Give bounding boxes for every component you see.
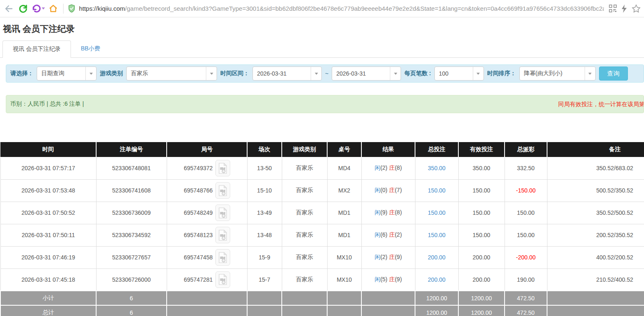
date-to-select[interactable]: 2026-03-31 (332, 67, 401, 81)
tab-bar: 视讯 会员下注纪录 BB小费 (0, 40, 644, 58)
summary-bar: 币别：人民币 | 总共 :6 注单 | 同局有效投注，统一计算在该局第 (6, 95, 644, 113)
player-result: 闲 (375, 209, 380, 216)
total-bet-link[interactable]: 150.00 (428, 209, 446, 216)
cell-bet-id: 523306748081 (96, 157, 167, 179)
total-bet-link[interactable]: 150.00 (428, 232, 446, 238)
video-replay-button[interactable] (215, 182, 230, 199)
cell-game-type: 百家乐 (282, 202, 327, 224)
cell-result: 闲(6) 庄(2) (361, 224, 415, 246)
chevron-down-icon[interactable] (390, 67, 401, 80)
qr-code-icon[interactable] (609, 5, 617, 12)
total-bet-link[interactable]: 200.00 (428, 276, 446, 283)
search-button[interactable]: 查询 (599, 67, 628, 81)
refresh-icon[interactable] (17, 3, 29, 14)
undo-icon[interactable] (31, 4, 45, 14)
tab-bet-records[interactable]: 视讯 会员下注纪录 (2, 40, 71, 58)
game-type-label: 游戏类别 (100, 70, 123, 77)
total-bet-link[interactable]: 200.00 (428, 254, 446, 261)
cell-valid-bet: 350.00 (458, 157, 505, 179)
sort-order-label: 时间排序： (487, 70, 516, 77)
player-result: 闲 (375, 276, 380, 283)
summary-payout: 472.50 (505, 291, 547, 305)
lightning-icon[interactable] (621, 4, 627, 13)
summary-valid-bet: 1200.00 (458, 305, 505, 316)
page-title: 视讯 会员下注纪录 (3, 23, 644, 35)
chevron-down-icon[interactable] (311, 67, 321, 80)
chevron-down-icon[interactable] (85, 67, 96, 80)
bet-records-table-wrap: 时间 注单编号 局号 场次 游戏类别 桌号 结果 总投注 有效投注 总派彩 备注… (0, 142, 644, 316)
video-replay-button[interactable] (215, 227, 230, 243)
cell-table: MD1 (327, 202, 361, 224)
undo-dropdown-caret[interactable] (42, 7, 45, 10)
cell-round: 695748766 (167, 179, 247, 202)
cell-session: 15-7 (247, 268, 282, 291)
select-type-label: 请选择： (10, 70, 33, 77)
summary-total-bet: 1200.00 (415, 291, 458, 305)
star-icon[interactable] (632, 4, 641, 13)
date-from-select[interactable]: 2026-03-31 (252, 67, 322, 81)
cell-total-bet: 200.00 (415, 246, 458, 268)
cell-session: 15-10 (247, 179, 282, 202)
back-icon[interactable] (3, 3, 15, 14)
cell-time: 2026-03-31 07:45:18 (0, 268, 96, 291)
cell-note: 350.52/500.52 (547, 202, 644, 224)
player-result: 闲 (375, 254, 380, 260)
cell-round: 695747458 (167, 246, 247, 268)
table-row: 2026-03-31 07:50:11 523306734592 6957481… (0, 224, 644, 246)
url-path: /game/betrecord_search/kind3?GameType=30… (125, 5, 604, 12)
column-header-time: 时间 (0, 142, 96, 157)
address-bar[interactable]: https://kiqiiu.com/game/betrecord_search… (68, 4, 604, 14)
column-header-valid-bet: 有效投注 (458, 142, 505, 157)
home-icon[interactable] (47, 3, 59, 14)
query-type-select[interactable]: 日期查询 (37, 67, 97, 81)
cell-table: MX10 (327, 246, 361, 268)
column-header-note: 备注 (547, 142, 644, 157)
video-file-icon (218, 252, 227, 263)
video-replay-button[interactable] (215, 204, 230, 221)
cell-note: 200.52/350.52 (547, 224, 644, 246)
chevron-down-icon[interactable] (473, 67, 484, 80)
cell-time: 2026-03-31 07:50:52 (0, 202, 96, 224)
cell-total-bet: 150.00 (415, 179, 458, 202)
chevron-down-icon[interactable] (206, 67, 217, 80)
sort-order-select[interactable]: 降幂(由大到小) (519, 67, 596, 81)
cell-payout: -200.00 (505, 246, 547, 268)
round-id: 695747458 (184, 254, 212, 261)
url-text[interactable]: https://kiqiiu.com/game/betrecord_search… (79, 5, 604, 12)
cell-round: 695748249 (167, 202, 247, 224)
video-replay-button[interactable] (215, 160, 230, 176)
cell-time: 2026-03-31 07:46:19 (0, 246, 96, 268)
banker-result: 庄 (389, 187, 395, 193)
cell-bet-id: 523306741608 (96, 179, 167, 202)
video-file-icon (218, 185, 227, 196)
player-result: 闲 (375, 187, 380, 193)
cell-time: 2026-03-31 07:57:17 (0, 157, 96, 179)
video-replay-button[interactable] (215, 271, 230, 288)
column-header-table: 桌号 (327, 142, 361, 157)
column-header-payout: 总派彩 (505, 142, 547, 157)
video-replay-button[interactable] (215, 249, 230, 266)
round-id: 695749372 (184, 165, 212, 171)
summary-total-bet: 1200.00 (415, 305, 458, 316)
cell-session: 15-9 (247, 246, 282, 268)
round-id: 695747281 (184, 276, 212, 283)
tab-bb-tips[interactable]: BB小费 (71, 40, 110, 57)
cell-valid-bet: 200.00 (458, 246, 505, 268)
shield-icon (68, 4, 75, 14)
column-header-bet-id: 注单编号 (96, 142, 167, 157)
cell-result: 闲(2) 庄(8) (361, 157, 415, 179)
game-type-select[interactable]: 百家乐 (126, 67, 217, 81)
total-bet-link[interactable]: 150.00 (428, 187, 446, 194)
summary-label: 小计 (0, 291, 96, 305)
cell-table: MX2 (327, 179, 361, 202)
currency-total-text: 币别：人民币 | 总共 :6 注单 | (10, 100, 84, 108)
chevron-down-icon[interactable] (585, 67, 595, 80)
total-bet-link[interactable]: 350.00 (428, 165, 446, 171)
cell-game-type: 百家乐 (282, 268, 327, 291)
cell-valid-bet: 150.00 (458, 224, 505, 246)
cell-bet-id: 523306736009 (96, 202, 167, 224)
page-size-label: 每页笔数 : (404, 70, 431, 77)
banker-result: 庄 (389, 276, 395, 283)
page-size-select[interactable]: 100 (434, 67, 484, 81)
cell-note: 350.52/683.02 (547, 157, 644, 179)
